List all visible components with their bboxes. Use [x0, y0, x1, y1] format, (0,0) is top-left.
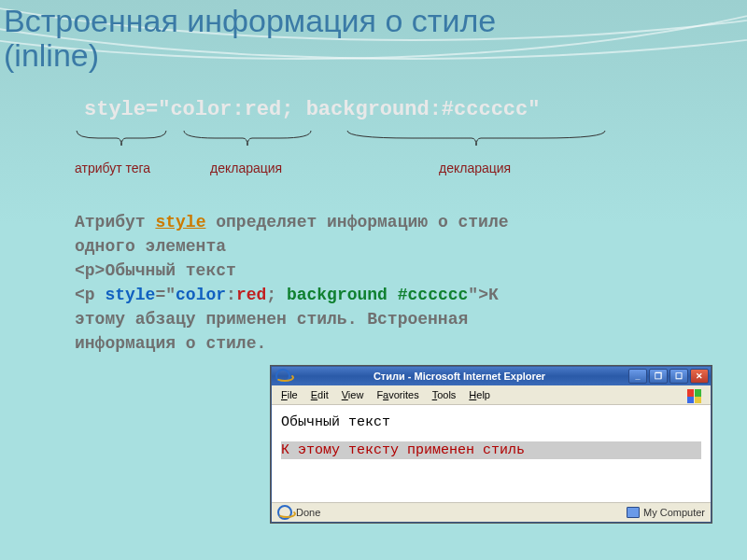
code-example: style="color:red; background:#cccccc" — [84, 98, 540, 121]
rendered-styled-text: К этому тексту применен стиль — [281, 441, 701, 459]
punct-colon: : — [226, 286, 236, 304]
ie-window: Стили - Microsoft Internet Explorer _ ❐ … — [271, 366, 712, 523]
status-done: Done — [296, 507, 320, 518]
brace-row: атрибут тега декларация декларация — [75, 129, 654, 175]
punct-quote: " — [165, 286, 176, 304]
menu-help[interactable]: Help — [469, 389, 490, 400]
body-text: информация о стиле. — [75, 334, 266, 353]
windows-flag-icon — [681, 387, 707, 404]
slide: Встроенная информация о стиле (inline) s… — [0, 0, 747, 560]
punct-eq: = — [155, 286, 165, 304]
menu-view[interactable]: View — [342, 389, 364, 400]
css-val: #cccccc — [398, 286, 469, 304]
punct-semi: ; — [266, 286, 287, 304]
brace-label-decl2: декларация — [439, 161, 511, 175]
close-button[interactable]: ✕ — [690, 369, 709, 384]
slide-body: Атрибут style определяет информацию о ст… — [75, 210, 672, 357]
ie-statusbar: Done My Computer — [272, 502, 711, 522]
body-text: определяет информацию о стиле — [205, 213, 508, 231]
status-right: My Computer — [627, 507, 705, 518]
menu-tools[interactable]: Tools — [432, 389, 457, 400]
space — [388, 286, 398, 304]
css-val: red — [236, 286, 266, 304]
window-controls: _ ❐ ☐ ✕ — [628, 369, 709, 384]
rendered-plain-text: Обычный текст — [281, 414, 701, 430]
menu-file[interactable]: File — [281, 389, 298, 400]
body-text: <p — [75, 286, 105, 304]
menu-edit[interactable]: Edit — [311, 389, 329, 400]
status-zone: My Computer — [643, 507, 705, 518]
css-prop: background — [287, 286, 388, 304]
body-text: Атрибут — [75, 213, 155, 231]
menu-favorites[interactable]: Favorites — [376, 389, 418, 400]
ie-content: Обычный текст К этому тексту применен ст… — [272, 405, 711, 469]
keyword-style: style — [155, 213, 205, 231]
restore-button[interactable]: ❐ — [649, 369, 668, 384]
body-text: >К — [478, 286, 499, 304]
brace-label-decl1: декларация — [210, 161, 282, 175]
ie-icon — [277, 505, 292, 520]
punct-quote: " — [468, 286, 478, 304]
ie-titlebar[interactable]: Стили - Microsoft Internet Explorer _ ❐ … — [272, 367, 711, 385]
ie-title-text: Стили - Microsoft Internet Explorer — [296, 371, 623, 382]
ie-icon — [275, 369, 290, 384]
title-line2: (inline) — [4, 37, 99, 73]
title-line1: Встроенная информация о стиле — [4, 3, 496, 38]
minimize-button[interactable]: _ — [628, 369, 647, 384]
brace-decl1: декларация — [182, 129, 313, 149]
brace-decl2: декларация — [345, 129, 607, 149]
attr-name: style — [105, 286, 155, 304]
ie-menubar: File Edit View Favorites Tools Help — [272, 385, 711, 405]
body-text: этому абзацу применен стиль. Встроенная — [75, 310, 468, 329]
computer-icon — [627, 507, 640, 518]
status-left: Done — [277, 505, 320, 520]
brace-label-attr: атрибут тега — [75, 161, 150, 175]
body-text: <p>Обычный текст — [75, 261, 236, 280]
brace-attr: атрибут тега — [75, 129, 168, 149]
ie-title-left — [275, 369, 290, 384]
body-text: одного элемента — [75, 237, 226, 256]
css-prop: color — [176, 286, 226, 304]
slide-title: Встроенная информация о стиле (inline) — [0, 0, 500, 77]
maximize-button[interactable]: ☐ — [669, 369, 688, 384]
